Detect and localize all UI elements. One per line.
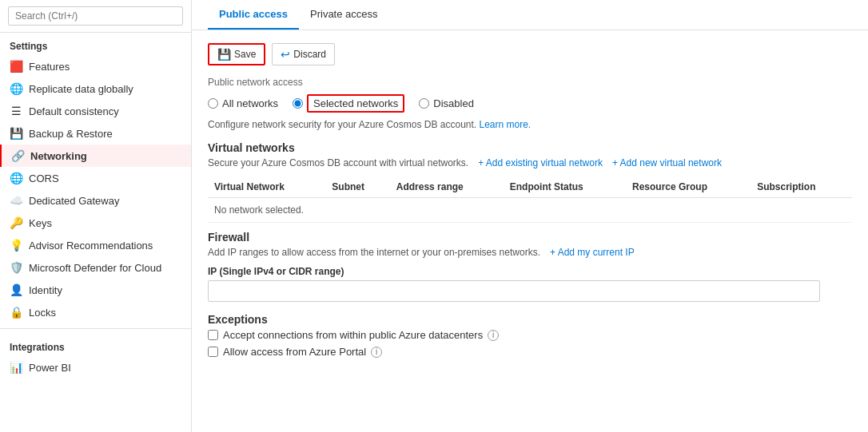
gateway-icon: ☁️ <box>10 194 22 207</box>
sidebar-item-replicate[interactable]: 🌐 Replicate data globally <box>0 77 191 100</box>
exceptions-title: Exceptions <box>208 313 852 326</box>
col-subnet: Subnet <box>325 176 389 198</box>
sidebar: Settings 🟥 Features 🌐 Replicate data glo… <box>0 0 192 432</box>
sidebar-item-label: Identity <box>29 284 62 296</box>
discard-label: Discard <box>293 49 326 60</box>
accept-azure-dc-option[interactable]: Accept connections from within public Az… <box>208 329 852 341</box>
disabled-option[interactable]: Disabled <box>419 97 474 109</box>
no-network-text: No network selected. <box>208 198 852 223</box>
add-my-ip-link[interactable]: + Add my current IP <box>550 247 635 258</box>
sidebar-item-label: Keys <box>29 217 52 229</box>
allow-azure-portal-checkbox[interactable] <box>208 347 218 357</box>
virtual-networks-section: Virtual networks Secure your Azure Cosmo… <box>208 141 852 223</box>
accept-azure-dc-checkbox[interactable] <box>208 330 218 340</box>
discard-icon: ↩ <box>281 48 290 61</box>
public-access-desc: Configure network security for your Azur… <box>208 119 852 130</box>
sidebar-item-advisor[interactable]: 💡 Advisor Recommendations <box>0 234 191 256</box>
sidebar-item-label: Microsoft Defender for Cloud <box>29 262 161 274</box>
all-networks-radio[interactable] <box>208 98 218 109</box>
sidebar-item-label: Dedicated Gateway <box>29 195 119 207</box>
save-icon: 💾 <box>217 48 231 61</box>
network-access-radio-group: All networks Selected networks Disabled <box>208 94 852 113</box>
col-resource-group: Resource Group <box>626 176 751 198</box>
backup-icon: 💾 <box>10 127 22 140</box>
sidebar-item-label: Locks <box>29 307 56 319</box>
sidebar-item-label: Power BI <box>29 362 71 374</box>
discard-button[interactable]: ↩ Discard <box>272 43 335 65</box>
all-networks-option[interactable]: All networks <box>208 97 278 109</box>
col-virtual-network: Virtual Network <box>208 176 325 198</box>
sidebar-item-cors[interactable]: 🌐 CORS <box>0 167 191 189</box>
settings-section: Settings 🟥 Features 🌐 Replicate data glo… <box>0 33 191 323</box>
add-new-link[interactable]: + Add new virtual network <box>612 157 722 168</box>
sidebar-item-networking[interactable]: 🔗 Networking <box>0 145 191 167</box>
selected-networks-option[interactable]: Selected networks <box>293 94 404 113</box>
col-address-range: Address range <box>390 176 504 198</box>
sidebar-item-powerbi[interactable]: 📊 Power BI <box>0 356 191 378</box>
accept-azure-dc-info-icon[interactable]: i <box>488 330 499 341</box>
allow-azure-portal-info-icon[interactable]: i <box>371 347 382 358</box>
sidebar-item-locks[interactable]: 🔒 Locks <box>0 301 191 323</box>
sidebar-item-defender[interactable]: 🛡️ Microsoft Defender for Cloud <box>0 256 191 279</box>
defender-icon: 🛡️ <box>10 261 22 274</box>
identity-icon: 👤 <box>10 283 22 296</box>
locks-icon: 🔒 <box>10 306 22 319</box>
integrations-section: Integrations 📊 Power BI <box>0 334 191 378</box>
public-access-desc-text: Configure network security for your Azur… <box>208 119 476 130</box>
replicate-icon: 🌐 <box>10 82 22 95</box>
allow-azure-portal-label: Allow access from Azure Portal <box>223 346 366 358</box>
save-button[interactable]: 💾 Save <box>208 43 265 65</box>
cors-icon: 🌐 <box>10 172 22 184</box>
disabled-label: Disabled <box>433 97 474 109</box>
ip-label: IP (Single IPv4 or CIDR range) <box>208 266 852 277</box>
tab-private[interactable]: Private access <box>299 0 389 30</box>
search-input[interactable] <box>8 6 183 26</box>
sidebar-item-label: Advisor Recommendations <box>29 240 153 252</box>
no-network-row: No network selected. <box>208 198 852 223</box>
exceptions-section: Exceptions Accept connections from withi… <box>208 313 852 358</box>
sidebar-item-label: Features <box>29 61 70 73</box>
tab-bar: Public access Private access <box>192 0 868 30</box>
search-container <box>0 0 191 33</box>
accept-azure-dc-label: Accept connections from within public Az… <box>223 329 483 341</box>
consistency-icon: ☰ <box>10 105 22 117</box>
ip-input[interactable] <box>208 280 820 302</box>
keys-icon: 🔑 <box>10 216 22 229</box>
sidebar-item-identity[interactable]: 👤 Identity <box>0 279 191 301</box>
advisor-icon: 💡 <box>10 239 22 252</box>
features-icon: 🟥 <box>10 60 22 73</box>
virtual-networks-table: Virtual Network Subnet Address range End… <box>208 176 852 223</box>
firewall-section: Firewall Add IP ranges to allow access f… <box>208 231 852 302</box>
powerbi-icon: 📊 <box>10 361 22 374</box>
public-network-access: Public network access All networks Selec… <box>208 77 852 130</box>
sidebar-item-features[interactable]: 🟥 Features <box>0 55 191 77</box>
col-subscription: Subscription <box>751 176 852 198</box>
sidebar-item-backup[interactable]: 💾 Backup & Restore <box>0 122 191 145</box>
sidebar-item-keys[interactable]: 🔑 Keys <box>0 212 191 234</box>
sidebar-item-label: Backup & Restore <box>29 128 113 140</box>
sidebar-item-gateway[interactable]: ☁️ Dedicated Gateway <box>0 189 191 212</box>
firewall-title: Firewall <box>208 231 852 244</box>
main-content: Public access Private access 💾 Save ↩ Di… <box>192 0 868 432</box>
disabled-radio[interactable] <box>419 98 429 109</box>
firewall-desc-row: Add IP ranges to allow access from the i… <box>208 247 852 258</box>
settings-section-label: Settings <box>0 33 191 55</box>
public-access-label: Public network access <box>208 77 852 88</box>
page-content: 💾 Save ↩ Discard Public network access A… <box>192 30 868 432</box>
toolbar: 💾 Save ↩ Discard <box>208 43 852 65</box>
add-existing-link[interactable]: + Add existing virtual network <box>478 157 603 168</box>
tab-public[interactable]: Public access <box>208 0 299 30</box>
sidebar-item-consistency[interactable]: ☰ Default consistency <box>0 100 191 122</box>
col-endpoint-status: Endpoint Status <box>504 176 626 198</box>
virtual-networks-desc-row: Secure your Azure Cosmos DB account with… <box>208 157 852 168</box>
ip-input-container: IP (Single IPv4 or CIDR range) <box>208 266 852 302</box>
selected-networks-label: Selected networks <box>307 94 404 113</box>
sidebar-item-label: Networking <box>30 150 87 162</box>
selected-networks-radio[interactable] <box>293 98 303 109</box>
section-divider <box>0 328 191 329</box>
save-label: Save <box>234 49 256 60</box>
learn-more-link[interactable]: Learn more. <box>479 119 531 130</box>
allow-azure-portal-option[interactable]: Allow access from Azure Portal i <box>208 346 852 358</box>
virtual-networks-title: Virtual networks <box>208 141 852 154</box>
sidebar-item-label: Replicate data globally <box>29 83 133 95</box>
